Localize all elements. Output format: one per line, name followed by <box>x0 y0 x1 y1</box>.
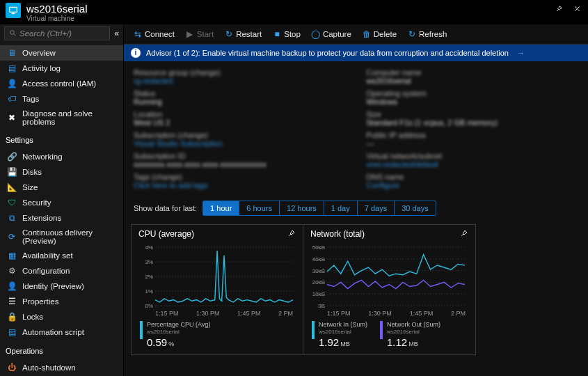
restart-icon: ↻ <box>225 30 233 38</box>
time-tab-12hours[interactable]: 12 hours <box>279 201 324 215</box>
sidebar-item-label: Security <box>22 198 51 207</box>
detail-right-0: Computer namews2016serial <box>367 68 579 85</box>
sidebar-item-size[interactable]: 📐Size <box>0 180 123 195</box>
sidebar-section-label: Settings <box>0 132 123 146</box>
vm-icon <box>6 3 21 18</box>
time-tab-1day[interactable]: 1 day <box>324 201 357 215</box>
detail-value: xxxxxxxx-xxxx-xxxx-xxxx-xxxxxxxxxxxx <box>134 160 346 169</box>
script-icon: ▤ <box>7 327 17 337</box>
time-range-tabs: 1 hour6 hours12 hours1 day7 days30 days <box>202 201 436 216</box>
close-icon[interactable] <box>571 3 582 14</box>
locks-icon: 🔒 <box>7 312 17 322</box>
detail-label: DNS name <box>367 173 579 181</box>
detail-value[interactable]: Click here to add tags <box>134 181 346 189</box>
time-tab-1hour[interactable]: 1 hour <box>203 201 239 215</box>
sidebar-item-disks[interactable]: 💾Disks <box>0 164 123 180</box>
xaxis-tick: 1:45 PM <box>237 310 261 317</box>
detail-label: Public IP address <box>367 131 579 139</box>
tags-icon: 🏷 <box>7 94 17 104</box>
sidebar-item-networking[interactable]: 🔗Networking <box>0 149 123 164</box>
detail-value[interactable]: Configure <box>367 181 579 189</box>
sidebar-item-label: Access control (IAM) <box>22 79 96 88</box>
sidebar-item-automation-script[interactable]: ▤Automation script <box>0 324 123 340</box>
pin-chart-icon[interactable] <box>287 229 296 239</box>
page-title: ws2016serial <box>26 3 88 15</box>
sidebar-item-activity-log[interactable]: ▤Activity log <box>0 61 123 76</box>
svg-rect-0 <box>10 7 17 12</box>
sidebar-item-label: Tags <box>22 95 39 103</box>
pin-chart-icon[interactable] <box>460 229 468 239</box>
sidebar-item-locks[interactable]: 🔒Locks <box>0 309 123 324</box>
net-out-legend-unit: MB <box>408 340 418 347</box>
svg-text:40kB: 40kB <box>312 256 325 263</box>
cpu-xaxis-labels: 1:15 PM1:30 PM1:45 PM2 PM <box>138 308 296 317</box>
svg-text:0%: 0% <box>145 303 153 308</box>
stop-button[interactable]: ■Stop <box>267 27 306 41</box>
cpu-legend-l2: ws2016serial <box>147 329 210 336</box>
sidebar-item-security[interactable]: 🛡Security <box>0 195 123 210</box>
detail-label: Status <box>134 89 346 97</box>
sidebar-item-access-control-iam-[interactable]: 👤Access control (IAM) <box>0 76 123 91</box>
restart-button[interactable]: ↻Restart <box>219 27 267 41</box>
cpu-card[interactable]: CPU (average) 0%1%2%3%4% 1:15 PM1:30 PM1… <box>131 224 303 355</box>
toolbar: ⇆Connect▶Start↻Restart■Stop◯Capture🗑Dele… <box>124 24 588 45</box>
sidebar-item-diagnose-and-solve-problems[interactable]: ✖Diagnose and solve problems <box>0 107 123 129</box>
net-in-legend-unit: MB <box>340 340 350 347</box>
detail-label: Subscription (change) <box>134 131 346 139</box>
detail-value[interactable]: rg-redacted <box>134 77 346 85</box>
refresh-icon: ↻ <box>408 30 416 38</box>
time-tab-7days[interactable]: 7 days <box>357 201 394 215</box>
refresh-button[interactable]: ↻Refresh <box>402 27 452 41</box>
toolbar-button-label: Restart <box>236 30 262 38</box>
page-subtitle: Virtual machine <box>26 15 88 23</box>
sidebar-item-label: Configuration <box>22 267 70 275</box>
sidebar-item-configuration[interactable]: ⚙Configuration <box>0 263 123 279</box>
detail-label: Resource group (change) <box>134 68 346 77</box>
sidebar-item-properties[interactable]: ☰Properties <box>0 294 123 309</box>
advisor-text: Advisor (1 of 2): Enable virtual machine… <box>146 49 509 57</box>
sidebar-item-tags[interactable]: 🏷Tags <box>0 91 123 107</box>
delete-button[interactable]: 🗑Delete <box>357 27 402 41</box>
search-input[interactable]: Search (Ctrl+/) <box>4 26 110 40</box>
detail-label: Size <box>367 110 579 118</box>
detail-label: Virtual network/subnet <box>367 152 579 160</box>
sidebar-item-continuous-delivery-preview-[interactable]: ⟳Continuous delivery (Preview) <box>0 226 123 248</box>
collapse-sidebar-icon[interactable]: « <box>114 29 119 38</box>
config-icon: ⚙ <box>7 266 17 276</box>
detail-value[interactable]: vnet-redacted/default <box>367 160 579 169</box>
svg-text:1%: 1% <box>145 288 153 295</box>
xaxis-tick: 1:45 PM <box>410 310 434 317</box>
time-tab-6hours[interactable]: 6 hours <box>239 201 279 215</box>
pin-icon[interactable] <box>553 3 564 14</box>
toolbar-button-label: Connect <box>145 30 175 38</box>
advisor-banner[interactable]: i Advisor (1 of 2): Enable virtual machi… <box>124 45 588 61</box>
cpu-legend-value: 0.59 <box>147 336 167 348</box>
time-tab-30days[interactable]: 30 days <box>394 201 436 215</box>
xaxis-tick: 2 PM <box>451 310 466 317</box>
cpu-card-title: CPU (average) <box>138 229 194 239</box>
xaxis-tick: 2 PM <box>278 310 293 317</box>
detail-left-2: LocationWest US 2 <box>134 110 346 127</box>
sidebar-item-auto-shutdown[interactable]: ⏻Auto-shutdown <box>0 360 123 375</box>
detail-label: Subscription ID <box>134 152 346 160</box>
network-chart: 0B10kB20kB30kB40kB50kB <box>310 244 468 308</box>
connect-button[interactable]: ⇆Connect <box>128 27 180 41</box>
sidebar-item-label: Identity (Preview) <box>22 282 84 290</box>
info-icon: i <box>131 48 141 58</box>
network-card[interactable]: Network (total) 0B10kB20kB30kB40kB50kB 1… <box>303 224 476 355</box>
sidebar-item-identity-preview-[interactable]: 👤Identity (Preview) <box>0 279 123 294</box>
net-in-legend-swatch <box>312 321 315 339</box>
net-out-legend-item: Network Out (Sum) ws2016serial 1.12MB <box>380 321 440 349</box>
sidebar-item-overview[interactable]: 🖥Overview <box>0 45 123 61</box>
sidebar-item-availability-set[interactable]: ▦Availability set <box>0 248 123 263</box>
net-out-legend-value: 1.12 <box>387 336 407 348</box>
detail-value: Running <box>134 97 346 106</box>
sidebar-item-label: Auto-shutdown <box>22 363 76 372</box>
detail-label: Operating system <box>367 89 579 97</box>
detail-value[interactable]: Visual Studio Subscription <box>134 139 346 148</box>
delete-icon: 🗑 <box>363 30 371 38</box>
overview-icon: 🖥 <box>7 48 17 58</box>
sidebar-item-extensions[interactable]: ⧉Extensions <box>0 210 123 226</box>
capture-button[interactable]: ◯Capture <box>306 27 357 41</box>
sidebar-item-label: Disks <box>22 168 42 176</box>
